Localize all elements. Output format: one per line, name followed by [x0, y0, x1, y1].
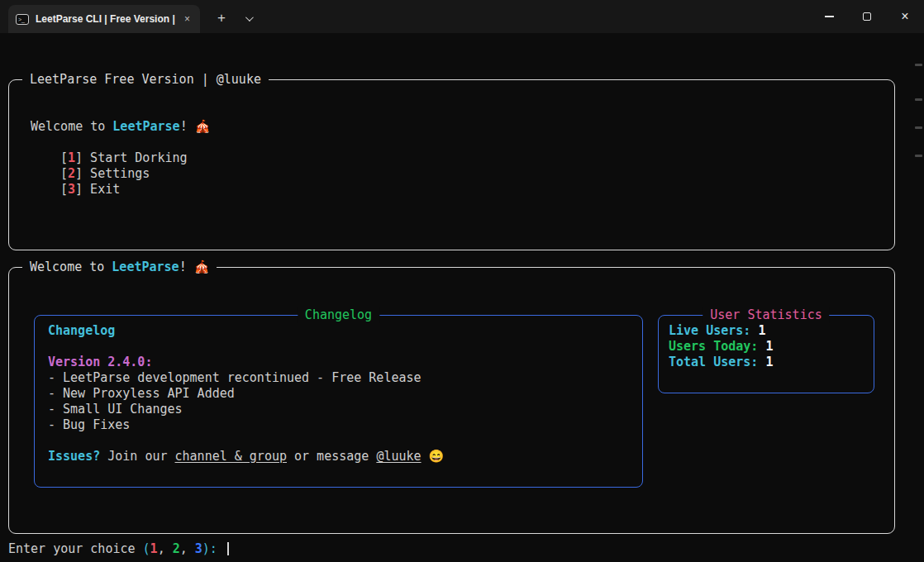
stat-live-users: Live Users: 1 — [669, 323, 864, 339]
changelog-box-title: Changelog — [298, 307, 379, 323]
chevron-down-icon — [245, 13, 253, 21]
blank-line — [48, 433, 629, 449]
brand-name: LeetParse — [112, 260, 179, 274]
stat-label: Live Users: — [669, 323, 750, 338]
menu-key-2: 2 — [68, 166, 75, 181]
panel2-title: Welcome to LeetParse! 🎪 — [22, 260, 217, 275]
menu-item-start-dorking: [1] Start Dorking — [60, 150, 188, 166]
changelog-box: Changelog Changelog Version 2.4.0: - Lee… — [34, 315, 643, 488]
panel-welcome: Welcome to LeetParse! 🎪 Changelog Change… — [8, 267, 895, 534]
prompt-option-3: 3 — [195, 541, 202, 556]
new-tab-button[interactable]: + — [210, 7, 233, 30]
welcome-line: Welcome to LeetParse! 🎪 — [31, 119, 210, 135]
tab-title: LeetParse CLI | Free Version | ( — [36, 12, 175, 27]
welcome-text: Welcome to — [31, 119, 112, 134]
changelog-item: - Small UI Changes — [48, 402, 629, 417]
prompt-option-1: 1 — [150, 541, 158, 556]
tab-dropdown-button[interactable] — [238, 7, 258, 30]
changelog-heading: Changelog — [48, 323, 629, 339]
panel-main-menu: LeetParse Free Version | @luuke Welcome … — [8, 79, 895, 250]
titlebar: >_ LeetParse CLI | Free Version | ( × + … — [0, 0, 924, 33]
changelog-item: - New Proxyless API Added — [48, 386, 629, 402]
tab-active[interactable]: >_ LeetParse CLI | Free Version | ( × — [8, 5, 200, 33]
prompt-option-2: 2 — [173, 541, 180, 556]
menu-label: Settings — [83, 166, 150, 181]
issues-line: Issues? Join our channel & group or mess… — [48, 449, 629, 464]
app-icon: >_ — [16, 14, 29, 25]
tab-close-icon[interactable]: × — [182, 12, 193, 27]
menu-key-1: 1 — [68, 150, 75, 165]
menu-label: Start Dorking — [83, 150, 187, 165]
smiley-emoji: 😄 — [429, 449, 445, 464]
scrollbar-mark — [915, 98, 922, 101]
scrollbar[interactable] — [912, 33, 924, 529]
menu-key-3: 3 — [68, 182, 75, 197]
maximize-icon — [863, 12, 871, 21]
menu-item-settings: [2] Settings — [60, 166, 150, 182]
brand-name: LeetParse — [112, 119, 179, 134]
stat-label: Total Users: — [669, 355, 758, 369]
prompt-text: Enter your choice — [8, 541, 143, 556]
changelog-version: Version 2.4.0: — [48, 355, 629, 370]
blank-line — [48, 339, 629, 355]
stat-value: 1 — [765, 355, 773, 369]
panel1-title: LeetParse Free Version | @luuke — [22, 72, 269, 88]
terminal-content[interactable]: LeetParse Free Version | @luuke Welcome … — [0, 33, 924, 562]
menu-label: Exit — [83, 182, 120, 197]
changelog-item: - Bug Fixes — [48, 417, 629, 433]
scrollbar-mark — [915, 155, 922, 157]
stat-value: 1 — [765, 339, 773, 354]
user-statistics-box: User Statistics Live Users: 1 Users Toda… — [658, 315, 874, 393]
close-button[interactable]: × — [886, 0, 924, 33]
circus-tent-emoji: 🎪 — [195, 119, 211, 134]
text-cursor — [227, 542, 229, 555]
minimize-button[interactable] — [810, 0, 848, 33]
stats-box-title: User Statistics — [703, 307, 829, 323]
stat-users-today: Users Today: 1 — [669, 339, 864, 355]
scrollbar-mark — [915, 64, 922, 66]
maximize-button[interactable] — [848, 0, 886, 33]
channel-group-link[interactable]: channel & group — [175, 449, 287, 464]
window-controls: × — [810, 0, 924, 33]
luuke-link[interactable]: @luuke — [376, 449, 421, 464]
scrollbar-mark — [915, 126, 922, 129]
circus-tent-emoji: 🎪 — [194, 260, 210, 274]
close-icon: × — [901, 10, 908, 23]
minimize-icon — [825, 16, 834, 17]
choice-prompt[interactable]: Enter your choice (1, 2, 3): — [8, 541, 229, 557]
stat-total-users: Total Users: 1 — [669, 355, 864, 370]
issues-label: Issues? — [48, 449, 100, 464]
changelog-item: - LeetParse development recontinued - Fr… — [48, 370, 629, 386]
menu-item-exit: [3] Exit — [60, 182, 120, 198]
stat-value: 1 — [758, 323, 765, 338]
stat-label: Users Today: — [669, 339, 758, 354]
